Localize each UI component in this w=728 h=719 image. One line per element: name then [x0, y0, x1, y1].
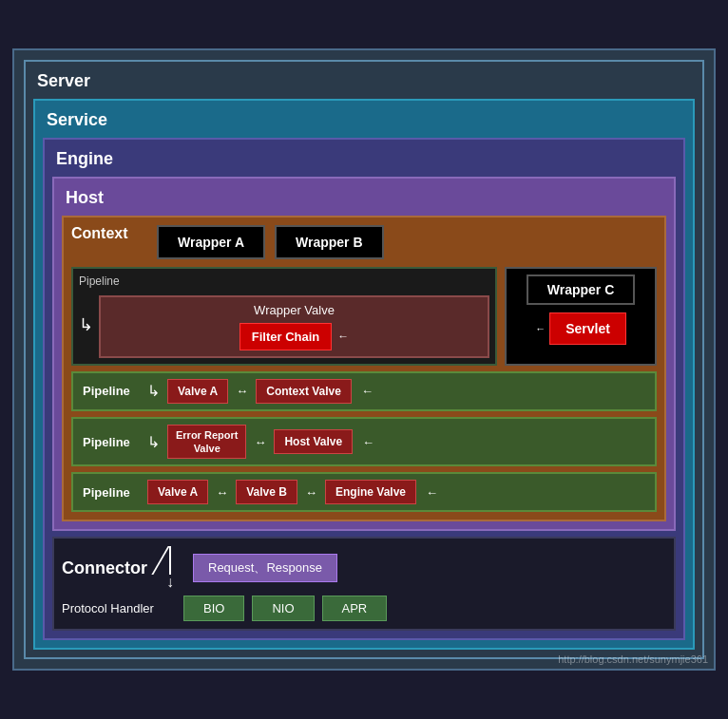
wrapper-a-box: Wrapper A — [157, 225, 265, 259]
connector-box: Connector ↓ Request、Response — [52, 537, 676, 631]
protocol-row: Protocol Handler BIO NIO APR — [62, 596, 666, 621]
service-label: Service — [43, 108, 685, 132]
host-pipeline-row: Pipeline ↳ Error Report Valve ↔ Host Val… — [71, 417, 657, 467]
wrapper-c-box: Wrapper C — [527, 274, 636, 305]
context-valve: Context Valve — [256, 379, 352, 404]
pipeline-wrapper-valve-area: Pipeline ↳ Wrapper Valve Filter Chain — [71, 267, 497, 366]
host-box: Host Context Wrapper A Wrapper B — [52, 177, 676, 532]
server-box: Server Service Engine Host Context — [24, 60, 704, 660]
engine-label: Engine — [52, 147, 676, 171]
valve-b-engine: Valve B — [236, 480, 297, 504]
filter-chain-box[interactable]: Filter Chain — [239, 323, 333, 350]
nio-node: NIO — [252, 596, 314, 621]
servlet-box[interactable]: Servlet — [549, 312, 626, 345]
pipeline-label-wrapper: Pipeline — [79, 274, 489, 288]
error-report-valve: Error Report Valve — [167, 425, 246, 460]
context-pipeline-row: Pipeline ↳ Valve A ↔ Context Valve ← — [71, 371, 657, 411]
valve-a-context: Valve A — [167, 379, 228, 404]
connector-label: Connector — [62, 558, 147, 578]
server-label: Server — [33, 69, 695, 93]
engine-valve: Engine Valve — [325, 480, 416, 504]
apr-node: APR — [322, 596, 388, 621]
pipeline-host-label: Pipeline — [83, 435, 140, 449]
engine-pipeline-row: Pipeline Valve A ↔ Valve B ↔ Engine Valv… — [71, 472, 657, 512]
wrapper-c-area: Wrapper C ← Servlet — [505, 267, 657, 366]
host-label: Host — [62, 186, 666, 210]
valve-a-engine: Valve A — [147, 480, 208, 504]
protocol-handler-label: Protocol Handler — [62, 601, 176, 615]
diagram-container: Server Service Engine Host Context — [12, 48, 716, 672]
wrapper-valve-area: Wrapper Valve Filter Chain ← — [99, 295, 489, 358]
host-valve: Host Valve — [274, 429, 353, 454]
context-box: Context Wrapper A Wrapper B — [62, 216, 666, 522]
watermark: http://blog.csdn.net/sunymjie361 — [558, 653, 708, 665]
request-response-box: Request、Response — [193, 554, 337, 582]
service-box: Service Engine Host Context Wrapper A — [33, 99, 695, 651]
wrapper-valve-label: Wrapper Valve — [106, 303, 482, 317]
engine-box: Engine Host Context Wrapper A — [43, 138, 685, 641]
bio-node: BIO — [183, 596, 244, 621]
context-label: Context — [71, 225, 147, 242]
pipeline-context-label: Pipeline — [83, 384, 140, 398]
wrapper-b-box: Wrapper B — [275, 225, 384, 259]
pipeline-engine-label: Pipeline — [83, 485, 140, 500]
